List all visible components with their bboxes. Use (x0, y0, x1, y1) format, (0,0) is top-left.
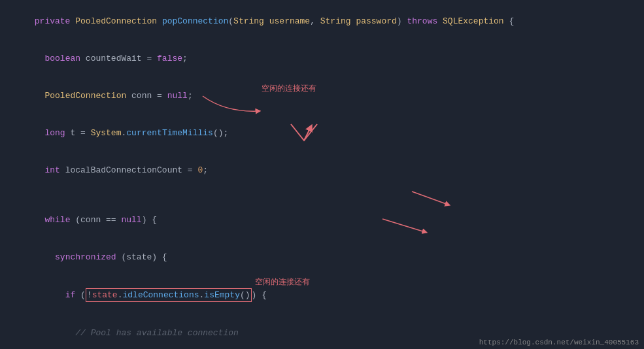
code-line-5: int localBadConnectionCount = 0; (0, 152, 644, 189)
code-line-8: synchronized (state) { (0, 239, 644, 276)
code-line-6 (0, 189, 644, 201)
annotation-idle: 空闲的连接还有 (255, 276, 310, 288)
code-line-1: private PooledConnection popConnection(S… (0, 3, 644, 40)
code-line-9: if (!state.idleConnections.isEmpty()) { … (0, 276, 644, 314)
annotation-idle-text: 空闲的连接还有 (262, 83, 316, 94)
code-line-4: long t = System.currentTimeMillis(); (0, 114, 644, 152)
code-line-7: while (conn == null) { (0, 201, 644, 239)
code-line-2: boolean countedWait = false; (0, 40, 644, 77)
code-line-3: PooledConnection conn = null; (0, 77, 644, 114)
bottom-link: https://blog.csdn.net/weixin_40055163 (479, 339, 639, 346)
code-container: private PooledConnection popConnection(S… (0, 0, 644, 349)
